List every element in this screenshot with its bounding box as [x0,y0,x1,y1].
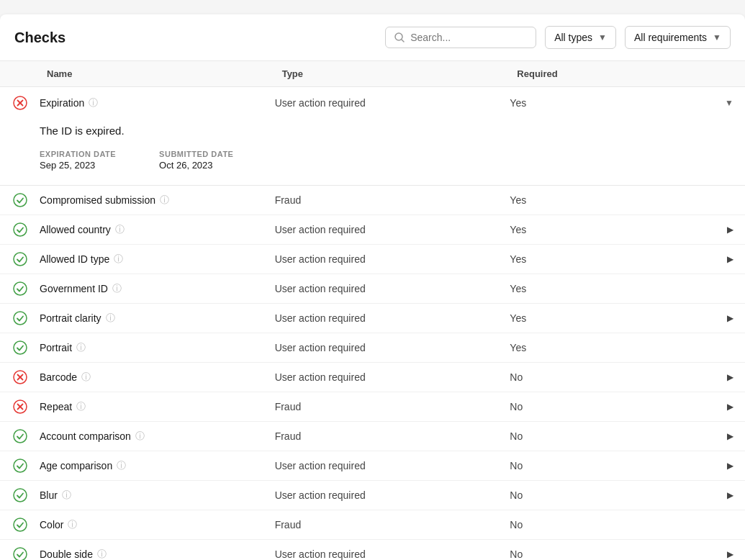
row-expand-icon[interactable]: ▶ [727,372,733,382]
row-name: Barcode [40,371,77,383]
search-box[interactable] [385,27,536,48]
row-required-cell: No▶ [510,460,745,471]
row-expand-icon[interactable]: ▶ [727,313,733,323]
row-required: No [510,371,523,383]
row-expand-icon[interactable]: ▶ [727,402,733,412]
svg-point-18 [14,459,27,472]
expiration-collapse-icon[interactable]: ▼ [725,98,733,108]
row-required: No [510,460,523,471]
row-required-cell: Yes▶ [510,312,745,324]
table-header-row: Name Type Required [0,61,745,87]
table-row[interactable]: PortraitⓘUser action requiredYes [0,333,745,363]
row-name-cell: Colorⓘ [40,518,275,531]
type-filter-dropdown[interactable]: All types ▼ [545,26,616,49]
row-info-icon[interactable]: ⓘ [117,459,126,472]
row-expand-icon[interactable]: ▶ [727,431,733,441]
row-status-cell [0,281,40,296]
pass-icon [13,311,27,325]
row-name: Account comparison [40,430,131,442]
expiration-row-main[interactable]: Expiration ⓘ User action required Yes ▼ [0,87,745,119]
table-row[interactable]: Government IDⓘUser action requiredYes [0,274,745,304]
row-type: User action required [275,283,510,294]
row-expand-icon[interactable]: ▶ [727,461,733,471]
row-name-cell: Blurⓘ [40,489,275,502]
row-expand-icon[interactable]: ▶ [727,549,733,559]
expiration-date-block: EXPIRATION DATE Sep 25, 2023 [40,150,116,171]
expiration-dates: EXPIRATION DATE Sep 25, 2023 SUBMITTED D… [40,150,705,171]
row-expand-icon[interactable]: ▶ [727,254,733,264]
svg-point-6 [14,223,27,236]
row-name-cell: Allowed countryⓘ [40,223,275,236]
pass-icon [13,429,27,443]
row-status-cell [0,429,40,443]
table-row[interactable]: ColorⓘFraudNo [0,510,745,540]
row-required: No [510,548,523,560]
row-name-cell: Barcodeⓘ [40,371,275,384]
expiration-detail-text: The ID is expired. [40,125,705,137]
table-row[interactable]: RepeatⓘFraudNo▶ [0,392,745,422]
pass-icon [13,547,27,560]
row-required-cell: No▶ [510,489,745,501]
row-required-cell: No▶ [510,401,745,412]
search-input[interactable] [410,32,527,43]
table-row[interactable]: Age comparisonⓘUser action requiredNo▶ [0,451,745,481]
svg-point-7 [14,253,27,266]
row-info-icon[interactable]: ⓘ [112,282,122,295]
requirements-filter-arrow-icon: ▼ [713,32,721,42]
row-info-icon[interactable]: ⓘ [160,194,169,207]
requirements-filter-dropdown[interactable]: All requirements ▼ [625,26,731,49]
row-name: Compromised submission [40,194,155,206]
svg-line-1 [402,40,405,42]
table-row[interactable]: Allowed ID typeⓘUser action requiredYes▶ [0,245,745,274]
row-info-icon[interactable]: ⓘ [97,548,107,560]
row-name-cell: Age comparisonⓘ [40,459,275,472]
search-icon [394,32,405,42]
row-name: Blur [40,489,58,501]
row-required: No [510,489,523,501]
row-required-cell: No▶ [510,548,745,560]
row-status-cell [0,488,40,502]
row-required-cell: Yes▶ [510,224,745,235]
svg-point-17 [14,430,27,443]
row-name-cell: Government IDⓘ [40,282,275,295]
row-expand-icon[interactable]: ▶ [727,490,733,500]
type-filter-arrow-icon: ▼ [598,32,607,42]
row-required: No [510,401,523,412]
row-name: Age comparison [40,460,112,471]
table-row[interactable]: Portrait clarityⓘUser action requiredYes… [0,304,745,333]
table-row[interactable]: Allowed countryⓘUser action requiredYes▶ [0,215,745,245]
row-info-icon[interactable]: ⓘ [115,223,125,236]
expiration-date-value: Sep 25, 2023 [40,160,116,171]
svg-point-10 [14,341,27,354]
row-expand-icon[interactable]: ▶ [727,225,733,235]
row-required-cell: Yes [510,342,745,353]
table-row[interactable]: Account comparisonⓘFraudNo▶ [0,422,745,451]
row-info-icon[interactable]: ⓘ [81,371,91,384]
page-title: Checks [14,30,66,46]
table-row[interactable]: BlurⓘUser action requiredNo▶ [0,481,745,510]
row-info-icon[interactable]: ⓘ [62,489,71,502]
row-name-cell: Allowed ID typeⓘ [40,253,275,266]
row-status-cell [0,222,40,237]
table-row[interactable]: BarcodeⓘUser action requiredNo▶ [0,363,745,392]
row-name: Government ID [40,283,108,294]
expiration-name-cell: Expiration ⓘ [40,96,275,109]
expiration-required: Yes [510,97,526,109]
row-required: Yes [510,194,526,206]
row-type: User action required [275,342,510,353]
table-row[interactable]: Compromised submissionⓘFraudYes [0,186,745,215]
table-row[interactable]: Double sideⓘUser action requiredNo▶ [0,540,745,560]
row-info-icon[interactable]: ⓘ [135,430,145,443]
column-header-type: Type [275,68,510,79]
column-header-name: Name [40,68,275,79]
expiration-info-icon[interactable]: ⓘ [89,96,98,109]
pass-icon [13,518,27,532]
pass-icon [13,281,27,296]
row-name-cell: Repeatⓘ [40,400,275,413]
row-info-icon[interactable]: ⓘ [68,518,77,531]
pass-icon [13,222,27,237]
row-info-icon[interactable]: ⓘ [76,400,86,413]
row-info-icon[interactable]: ⓘ [114,253,123,266]
row-info-icon[interactable]: ⓘ [76,341,86,354]
row-info-icon[interactable]: ⓘ [106,312,115,325]
